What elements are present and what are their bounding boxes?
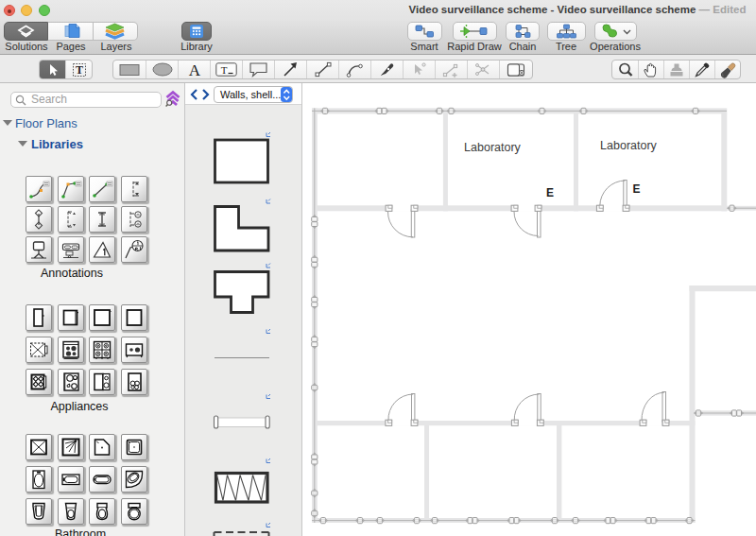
- svg-text:T: T: [221, 64, 228, 76]
- svg-text:Laboratory: Laboratory: [600, 139, 658, 152]
- svg-text:T: T: [75, 63, 82, 77]
- svg-text:E: E: [632, 182, 640, 196]
- svg-text:A: A: [188, 61, 200, 78]
- svg-text:Laboratory: Laboratory: [464, 141, 522, 154]
- svg-text:E: E: [546, 186, 554, 199]
